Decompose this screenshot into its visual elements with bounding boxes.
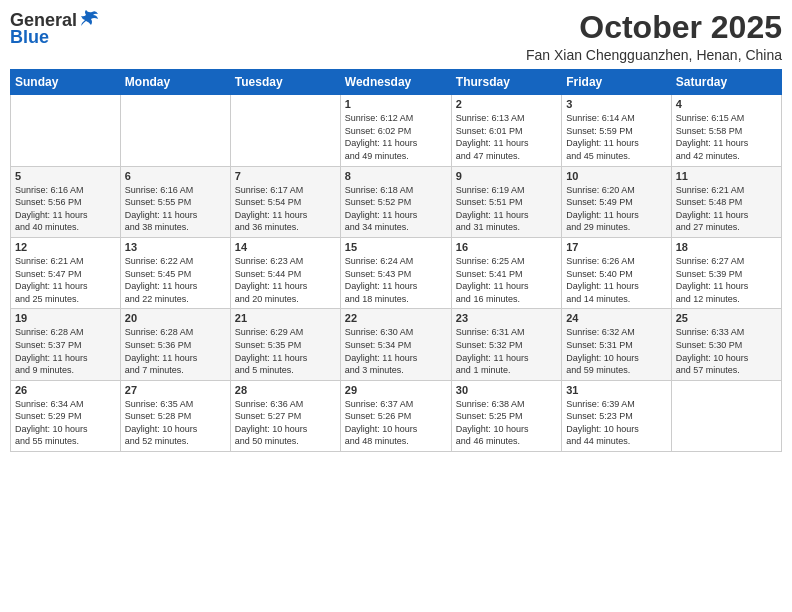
day-number: 28 <box>235 384 336 396</box>
day-detail: Sunrise: 6:33 AMSunset: 5:30 PMDaylight:… <box>676 326 777 376</box>
logo-blue: Blue <box>10 27 49 48</box>
calendar-cell: 15Sunrise: 6:24 AMSunset: 5:43 PMDayligh… <box>340 237 451 308</box>
day-number: 8 <box>345 170 447 182</box>
calendar-cell: 18Sunrise: 6:27 AMSunset: 5:39 PMDayligh… <box>671 237 781 308</box>
calendar-cell: 27Sunrise: 6:35 AMSunset: 5:28 PMDayligh… <box>120 380 230 451</box>
calendar-cell: 6Sunrise: 6:16 AMSunset: 5:55 PMDaylight… <box>120 166 230 237</box>
day-number: 6 <box>125 170 226 182</box>
calendar-cell: 25Sunrise: 6:33 AMSunset: 5:30 PMDayligh… <box>671 309 781 380</box>
title-block: October 2025 Fan Xian Chengguanzhen, Hen… <box>526 10 782 63</box>
day-detail: Sunrise: 6:37 AMSunset: 5:26 PMDaylight:… <box>345 398 447 448</box>
calendar-cell: 30Sunrise: 6:38 AMSunset: 5:25 PMDayligh… <box>451 380 561 451</box>
calendar-cell <box>230 95 340 166</box>
calendar-cell: 7Sunrise: 6:17 AMSunset: 5:54 PMDaylight… <box>230 166 340 237</box>
calendar-cell: 21Sunrise: 6:29 AMSunset: 5:35 PMDayligh… <box>230 309 340 380</box>
day-detail: Sunrise: 6:35 AMSunset: 5:28 PMDaylight:… <box>125 398 226 448</box>
day-detail: Sunrise: 6:14 AMSunset: 5:59 PMDaylight:… <box>566 112 666 162</box>
calendar-week-3: 12Sunrise: 6:21 AMSunset: 5:47 PMDayligh… <box>11 237 782 308</box>
day-number: 23 <box>456 312 557 324</box>
calendar-cell: 10Sunrise: 6:20 AMSunset: 5:49 PMDayligh… <box>562 166 671 237</box>
calendar-cell: 9Sunrise: 6:19 AMSunset: 5:51 PMDaylight… <box>451 166 561 237</box>
weekday-header-tuesday: Tuesday <box>230 70 340 95</box>
day-detail: Sunrise: 6:21 AMSunset: 5:47 PMDaylight:… <box>15 255 116 305</box>
calendar-cell: 1Sunrise: 6:12 AMSunset: 6:02 PMDaylight… <box>340 95 451 166</box>
day-number: 14 <box>235 241 336 253</box>
day-number: 25 <box>676 312 777 324</box>
day-number: 15 <box>345 241 447 253</box>
calendar-week-2: 5Sunrise: 6:16 AMSunset: 5:56 PMDaylight… <box>11 166 782 237</box>
day-number: 5 <box>15 170 116 182</box>
day-detail: Sunrise: 6:39 AMSunset: 5:23 PMDaylight:… <box>566 398 666 448</box>
calendar-header-row: SundayMondayTuesdayWednesdayThursdayFrid… <box>11 70 782 95</box>
day-detail: Sunrise: 6:19 AMSunset: 5:51 PMDaylight:… <box>456 184 557 234</box>
day-detail: Sunrise: 6:38 AMSunset: 5:25 PMDaylight:… <box>456 398 557 448</box>
day-number: 20 <box>125 312 226 324</box>
day-number: 2 <box>456 98 557 110</box>
day-detail: Sunrise: 6:15 AMSunset: 5:58 PMDaylight:… <box>676 112 777 162</box>
day-detail: Sunrise: 6:28 AMSunset: 5:36 PMDaylight:… <box>125 326 226 376</box>
calendar-cell: 31Sunrise: 6:39 AMSunset: 5:23 PMDayligh… <box>562 380 671 451</box>
day-detail: Sunrise: 6:13 AMSunset: 6:01 PMDaylight:… <box>456 112 557 162</box>
calendar-cell: 28Sunrise: 6:36 AMSunset: 5:27 PMDayligh… <box>230 380 340 451</box>
day-number: 4 <box>676 98 777 110</box>
calendar-cell <box>11 95 121 166</box>
calendar-cell: 12Sunrise: 6:21 AMSunset: 5:47 PMDayligh… <box>11 237 121 308</box>
day-number: 13 <box>125 241 226 253</box>
day-detail: Sunrise: 6:25 AMSunset: 5:41 PMDaylight:… <box>456 255 557 305</box>
day-number: 29 <box>345 384 447 396</box>
calendar-cell: 3Sunrise: 6:14 AMSunset: 5:59 PMDaylight… <box>562 95 671 166</box>
day-detail: Sunrise: 6:23 AMSunset: 5:44 PMDaylight:… <box>235 255 336 305</box>
calendar-cell: 11Sunrise: 6:21 AMSunset: 5:48 PMDayligh… <box>671 166 781 237</box>
calendar-cell: 24Sunrise: 6:32 AMSunset: 5:31 PMDayligh… <box>562 309 671 380</box>
calendar-cell: 5Sunrise: 6:16 AMSunset: 5:56 PMDaylight… <box>11 166 121 237</box>
day-detail: Sunrise: 6:17 AMSunset: 5:54 PMDaylight:… <box>235 184 336 234</box>
day-detail: Sunrise: 6:16 AMSunset: 5:55 PMDaylight:… <box>125 184 226 234</box>
day-number: 11 <box>676 170 777 182</box>
day-number: 9 <box>456 170 557 182</box>
calendar-cell: 17Sunrise: 6:26 AMSunset: 5:40 PMDayligh… <box>562 237 671 308</box>
day-detail: Sunrise: 6:28 AMSunset: 5:37 PMDaylight:… <box>15 326 116 376</box>
day-number: 12 <box>15 241 116 253</box>
weekday-header-friday: Friday <box>562 70 671 95</box>
logo: General Blue <box>10 10 100 48</box>
day-detail: Sunrise: 6:22 AMSunset: 5:45 PMDaylight:… <box>125 255 226 305</box>
calendar-week-4: 19Sunrise: 6:28 AMSunset: 5:37 PMDayligh… <box>11 309 782 380</box>
day-detail: Sunrise: 6:20 AMSunset: 5:49 PMDaylight:… <box>566 184 666 234</box>
calendar-cell: 19Sunrise: 6:28 AMSunset: 5:37 PMDayligh… <box>11 309 121 380</box>
day-number: 17 <box>566 241 666 253</box>
calendar-week-5: 26Sunrise: 6:34 AMSunset: 5:29 PMDayligh… <box>11 380 782 451</box>
calendar-week-1: 1Sunrise: 6:12 AMSunset: 6:02 PMDaylight… <box>11 95 782 166</box>
weekday-header-monday: Monday <box>120 70 230 95</box>
day-number: 26 <box>15 384 116 396</box>
day-number: 30 <box>456 384 557 396</box>
calendar-cell: 4Sunrise: 6:15 AMSunset: 5:58 PMDaylight… <box>671 95 781 166</box>
day-detail: Sunrise: 6:26 AMSunset: 5:40 PMDaylight:… <box>566 255 666 305</box>
day-detail: Sunrise: 6:24 AMSunset: 5:43 PMDaylight:… <box>345 255 447 305</box>
day-detail: Sunrise: 6:27 AMSunset: 5:39 PMDaylight:… <box>676 255 777 305</box>
logo-bird-icon <box>78 8 100 30</box>
calendar-cell: 26Sunrise: 6:34 AMSunset: 5:29 PMDayligh… <box>11 380 121 451</box>
calendar-cell: 2Sunrise: 6:13 AMSunset: 6:01 PMDaylight… <box>451 95 561 166</box>
day-detail: Sunrise: 6:12 AMSunset: 6:02 PMDaylight:… <box>345 112 447 162</box>
weekday-header-saturday: Saturday <box>671 70 781 95</box>
page-header: General Blue October 2025 Fan Xian Cheng… <box>10 10 782 63</box>
month-title: October 2025 <box>526 10 782 45</box>
day-detail: Sunrise: 6:36 AMSunset: 5:27 PMDaylight:… <box>235 398 336 448</box>
calendar-cell: 22Sunrise: 6:30 AMSunset: 5:34 PMDayligh… <box>340 309 451 380</box>
day-number: 7 <box>235 170 336 182</box>
weekday-header-thursday: Thursday <box>451 70 561 95</box>
day-number: 22 <box>345 312 447 324</box>
day-detail: Sunrise: 6:31 AMSunset: 5:32 PMDaylight:… <box>456 326 557 376</box>
day-detail: Sunrise: 6:29 AMSunset: 5:35 PMDaylight:… <box>235 326 336 376</box>
day-detail: Sunrise: 6:16 AMSunset: 5:56 PMDaylight:… <box>15 184 116 234</box>
day-number: 18 <box>676 241 777 253</box>
calendar-cell: 16Sunrise: 6:25 AMSunset: 5:41 PMDayligh… <box>451 237 561 308</box>
calendar-cell: 14Sunrise: 6:23 AMSunset: 5:44 PMDayligh… <box>230 237 340 308</box>
day-number: 19 <box>15 312 116 324</box>
calendar-table: SundayMondayTuesdayWednesdayThursdayFrid… <box>10 69 782 452</box>
day-detail: Sunrise: 6:21 AMSunset: 5:48 PMDaylight:… <box>676 184 777 234</box>
calendar-cell: 13Sunrise: 6:22 AMSunset: 5:45 PMDayligh… <box>120 237 230 308</box>
day-number: 27 <box>125 384 226 396</box>
day-detail: Sunrise: 6:18 AMSunset: 5:52 PMDaylight:… <box>345 184 447 234</box>
day-number: 1 <box>345 98 447 110</box>
